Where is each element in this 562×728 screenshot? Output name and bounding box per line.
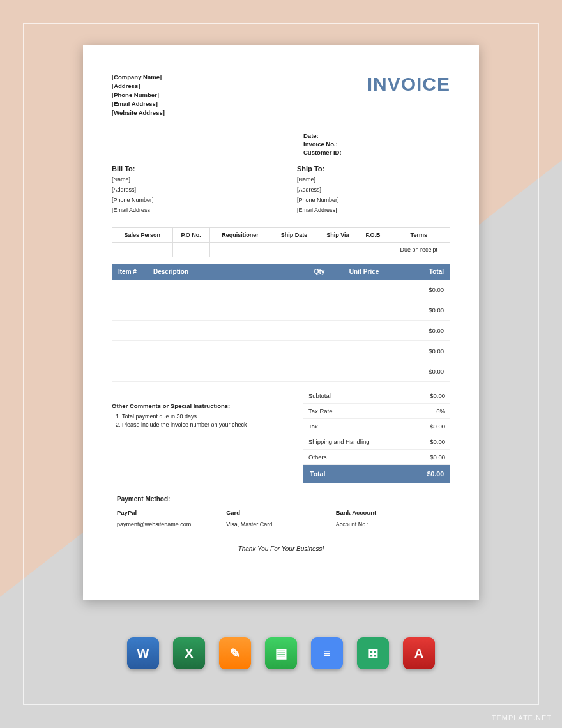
taxrate-value: 6% bbox=[436, 407, 445, 414]
ship-to-address: [Address] bbox=[297, 186, 450, 193]
shipping-value: $0.00 bbox=[430, 438, 445, 445]
comment-line: Please include the invoice number on you… bbox=[122, 421, 291, 428]
payment-title: Payment Method: bbox=[117, 496, 445, 503]
invoice-document: [Company Name] [Address] [Phone Number] … bbox=[83, 45, 479, 600]
meta-customer-id: Customer ID: bbox=[303, 149, 450, 156]
google-sheets-icon[interactable]: ⊞ bbox=[357, 637, 389, 669]
google-docs-icon[interactable]: ≡ bbox=[311, 637, 343, 669]
bank-label: Bank Account bbox=[336, 509, 445, 516]
paypal-label: PayPal bbox=[117, 509, 226, 516]
comments-block: Other Comments or Special Instructions: … bbox=[112, 388, 291, 483]
totals-block: Subtotal$0.00 Tax Rate6% Tax$0.00 Shippi… bbox=[303, 388, 450, 483]
comments-title: Other Comments or Special Instructions: bbox=[112, 402, 291, 409]
shipment-table: Sales Person P.O No. Requisitioner Ship … bbox=[112, 227, 450, 257]
company-website: [Website Address] bbox=[112, 109, 165, 116]
tax-value: $0.00 bbox=[430, 423, 445, 430]
company-address: [Address] bbox=[112, 82, 165, 89]
col-qty: Qty bbox=[303, 268, 335, 275]
bill-to-name: [Name] bbox=[112, 176, 265, 183]
company-phone: [Phone Number] bbox=[112, 91, 165, 98]
shipping-label: Shipping and Handling bbox=[308, 438, 370, 445]
tax-label: Tax bbox=[308, 423, 318, 430]
th-shipvia: Ship Via bbox=[317, 228, 358, 243]
td-terms: Due on receipt bbox=[388, 243, 450, 257]
bill-to-title: Bill To: bbox=[112, 165, 265, 172]
excel-icon[interactable]: X bbox=[173, 637, 205, 669]
bill-to-address: [Address] bbox=[112, 186, 265, 193]
taxrate-label: Tax Rate bbox=[308, 407, 333, 414]
invoice-meta: Date: Invoice No.: Customer ID: bbox=[303, 132, 450, 156]
item-row: $0.00 bbox=[112, 361, 450, 382]
card-label: Card bbox=[226, 509, 335, 516]
ship-to-email: [Email Address] bbox=[297, 207, 450, 213]
item-row: $0.00 bbox=[112, 341, 450, 361]
th-requisitioner: Requisitioner bbox=[209, 228, 271, 243]
card-value: Visa, Master Card bbox=[226, 521, 335, 527]
col-total: Total bbox=[393, 268, 444, 275]
thank-you: Thank You For Your Business! bbox=[112, 545, 450, 552]
company-name: [Company Name] bbox=[112, 73, 165, 80]
pages-icon[interactable]: ✎ bbox=[219, 637, 251, 669]
bank-value: Account No.: bbox=[336, 521, 445, 527]
item-row: $0.00 bbox=[112, 321, 450, 341]
meta-invoice-no: Invoice No.: bbox=[303, 140, 450, 148]
total-value: $0.00 bbox=[427, 470, 444, 478]
format-icons-row: W X ✎ ▤ ≡ ⊞ A bbox=[0, 637, 562, 669]
word-icon[interactable]: W bbox=[127, 637, 159, 669]
ship-to-phone: [Phone Number] bbox=[297, 197, 450, 203]
bill-to-block: Bill To: [Name] [Address] [Phone Number]… bbox=[112, 165, 265, 217]
ship-to-name: [Name] bbox=[297, 176, 450, 183]
col-item: Item # bbox=[118, 268, 153, 275]
items-header: Item # Description Qty Unit Price Total bbox=[112, 264, 450, 280]
pdf-icon[interactable]: A bbox=[403, 637, 435, 669]
subtotal-label: Subtotal bbox=[308, 392, 331, 399]
total-label: Total bbox=[310, 470, 325, 478]
paypal-value: payment@websitename.com bbox=[117, 521, 226, 527]
th-shipdate: Ship Date bbox=[271, 228, 317, 243]
watermark: TEMPLATE.NET bbox=[492, 714, 552, 722]
payment-block: Payment Method: PayPal payment@websitena… bbox=[112, 496, 450, 527]
comment-line: Total payment due in 30 days bbox=[122, 413, 291, 420]
th-salesperson: Sales Person bbox=[112, 228, 173, 243]
bill-to-email: [Email Address] bbox=[112, 207, 265, 213]
company-email: [Email Address] bbox=[112, 100, 165, 107]
meta-date: Date: bbox=[303, 132, 450, 139]
th-terms: Terms bbox=[388, 228, 450, 243]
col-description: Description bbox=[153, 268, 303, 275]
item-row: $0.00 bbox=[112, 280, 450, 300]
item-row: $0.00 bbox=[112, 300, 450, 321]
th-po: P.O No. bbox=[172, 228, 209, 243]
numbers-icon[interactable]: ▤ bbox=[265, 637, 297, 669]
col-unitprice: Unit Price bbox=[335, 268, 393, 275]
th-fob: F.O.B bbox=[358, 228, 388, 243]
subtotal-value: $0.00 bbox=[430, 392, 445, 399]
others-label: Others bbox=[308, 453, 327, 460]
company-block: [Company Name] [Address] [Phone Number] … bbox=[112, 73, 165, 118]
others-value: $0.00 bbox=[430, 453, 445, 460]
ship-to-block: Ship To: [Name] [Address] [Phone Number]… bbox=[297, 165, 450, 217]
invoice-title: INVOICE bbox=[367, 73, 450, 118]
bill-to-phone: [Phone Number] bbox=[112, 197, 265, 203]
ship-to-title: Ship To: bbox=[297, 165, 450, 172]
